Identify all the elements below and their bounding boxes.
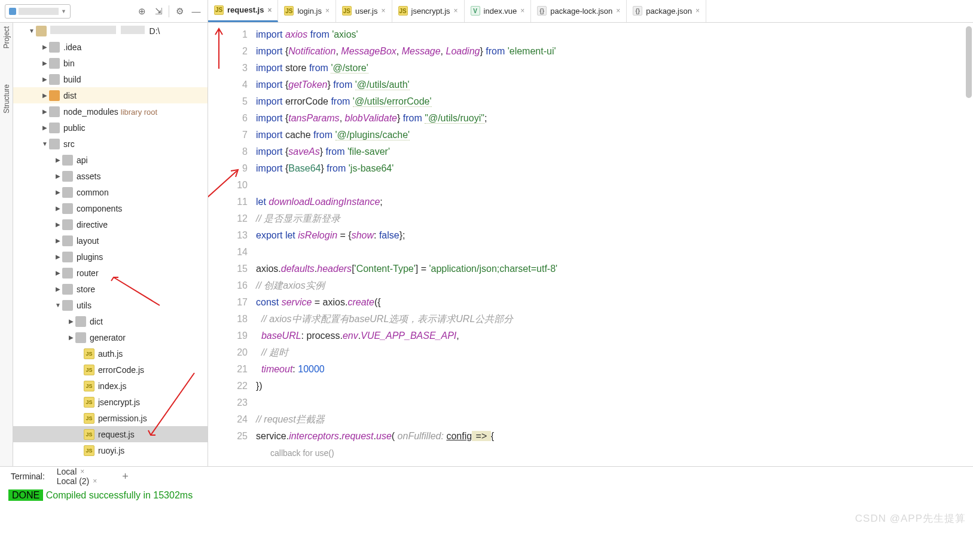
close-icon[interactable]: × (616, 7, 620, 15)
folder-dist[interactable]: dist (13, 87, 208, 103)
compile-message: Compiled successfully in 15302ms (43, 490, 193, 500)
close-icon[interactable]: × (696, 7, 700, 15)
terminal-tab[interactable]: Local (2) × (57, 476, 97, 486)
expand-arrow-icon[interactable] (28, 27, 36, 34)
target-icon[interactable]: ⊕ (135, 5, 148, 18)
editor-tabs: JSrequest.js×JSlogin.js×JSuser.js×JSjsen… (208, 0, 973, 22)
project-tool-tab[interactable]: Project (2, 26, 11, 48)
tree-label: store (77, 284, 95, 294)
folder-build[interactable]: build (13, 71, 208, 87)
file-request[interactable]: JSrequest.js (13, 426, 208, 442)
file-jsencrypt[interactable]: JSjsencrypt.js (13, 394, 208, 410)
js-file-icon: JS (284, 6, 294, 16)
tree-label: permission.js (98, 414, 147, 423)
tree-label: bin (63, 59, 75, 68)
file-auth[interactable]: JSauth.js (13, 345, 208, 362)
expand-arrow-icon[interactable] (41, 108, 49, 115)
close-icon[interactable]: × (520, 7, 524, 15)
gear-icon[interactable]: ⚙ (173, 5, 186, 18)
folder-common[interactable]: common (13, 184, 208, 200)
code-editor[interactable]: 1234567891011121314151617181920212223242… (208, 23, 973, 466)
expand-arrow-icon[interactable] (41, 124, 49, 131)
vertical-scrollbar[interactable] (966, 26, 972, 98)
folder-components[interactable]: components (13, 200, 208, 216)
editor-tab-user-js[interactable]: JSuser.js× (336, 0, 392, 22)
close-icon[interactable]: × (325, 7, 330, 15)
project-view-selector[interactable]: ▼ (5, 4, 71, 19)
folder-icon (75, 316, 86, 327)
code-area[interactable]: import axios from 'axios'import {Notific… (256, 23, 973, 466)
expand-arrow-icon[interactable] (54, 270, 62, 276)
tree-label: api (77, 155, 88, 165)
folder-layout[interactable]: layout (13, 232, 208, 249)
editor-tab-package-json[interactable]: {}package.json× (627, 0, 706, 22)
add-terminal-button[interactable]: + (122, 470, 129, 483)
expand-arrow-icon[interactable] (41, 76, 49, 82)
folder-public[interactable]: public (13, 120, 208, 136)
tab-label: user.js (355, 7, 378, 16)
project-tree[interactable]: D:\.ideabinbuilddistnode_modules library… (13, 23, 208, 466)
folder-dict[interactable]: dict (13, 313, 208, 329)
editor-tab-request-js[interactable]: JSrequest.js× (208, 0, 278, 22)
expand-arrow-icon[interactable] (54, 173, 62, 179)
close-icon[interactable]: × (80, 467, 84, 476)
file-permission[interactable]: JSpermission.js (13, 410, 208, 426)
folder-node-modules[interactable]: node_modules library root (13, 103, 208, 120)
folder-utils[interactable]: utils (13, 297, 208, 313)
folder-assets[interactable]: assets (13, 168, 208, 184)
folder-router[interactable]: router (13, 265, 208, 281)
editor-tab-index-vue[interactable]: Vindex.vue× (465, 0, 532, 22)
editor-tab-login-js[interactable]: JSlogin.js× (278, 0, 335, 22)
project-root[interactable]: D:\ (13, 23, 208, 39)
folder-plugins[interactable]: plugins (13, 249, 208, 265)
close-icon[interactable]: × (267, 6, 272, 14)
expand-arrow-icon[interactable] (67, 334, 75, 341)
tree-label: src (63, 139, 75, 149)
tab-label: login.js (297, 7, 321, 16)
tree-label: plugins (77, 252, 103, 262)
tree-label: jsencrypt.js (98, 397, 140, 407)
folder-src[interactable]: src (13, 136, 208, 152)
terminal-title: Terminal: (11, 472, 45, 481)
folder-icon (62, 300, 73, 311)
expand-arrow-icon[interactable] (54, 253, 62, 260)
terminal-tab[interactable]: Local × (57, 467, 97, 476)
folder-idea[interactable]: .idea (13, 39, 208, 55)
folder-icon (62, 235, 73, 246)
expand-arrow-icon[interactable] (54, 302, 62, 308)
close-icon[interactable]: × (93, 477, 97, 485)
expand-arrow-icon[interactable] (54, 221, 62, 228)
folder-generator[interactable]: generator (13, 329, 208, 345)
folder-icon (49, 106, 60, 117)
expand-arrow-icon[interactable] (54, 237, 62, 244)
expand-arrow-icon[interactable] (67, 318, 75, 325)
folder-bin[interactable]: bin (13, 55, 208, 71)
tab-label: jsencrypt.js (411, 7, 450, 16)
expand-arrow-icon[interactable] (54, 157, 62, 163)
folder-api[interactable]: api (13, 152, 208, 168)
editor-tab-package-lock-json[interactable]: {}package-lock.json× (531, 0, 627, 22)
folder-icon (62, 171, 73, 182)
collapse-icon[interactable]: — (190, 5, 203, 18)
folder-store[interactable]: store (13, 281, 208, 297)
file-index[interactable]: JSindex.js (13, 378, 208, 394)
expand-arrow-icon[interactable] (41, 44, 49, 50)
close-icon[interactable]: × (454, 7, 458, 15)
expand-arrow-icon[interactable] (41, 140, 49, 147)
js-file-icon: JS (342, 6, 352, 16)
terminal-output[interactable]: DONE Compiled successfully in 15302ms (0, 486, 973, 537)
folder-directive[interactable]: directive (13, 216, 208, 232)
folder-icon (49, 58, 60, 69)
editor-tab-jsencrypt-js[interactable]: JSjsencrypt.js× (392, 0, 465, 22)
expand-arrow-icon[interactable] (54, 189, 62, 195)
close-icon[interactable]: × (382, 7, 386, 15)
file-errorcode[interactable]: JSerrorCode.js (13, 362, 208, 378)
expand-arrow-icon[interactable] (41, 60, 49, 66)
expand-arrow-icon[interactable] (54, 286, 62, 292)
expand-arrow-icon[interactable] (54, 205, 62, 212)
file-ruoyi[interactable]: JSruoyi.js (13, 442, 208, 458)
structure-tool-tab[interactable]: Structure (2, 84, 11, 114)
expand-icon[interactable]: ⇲ (152, 5, 165, 18)
tab-label: index.vue (484, 7, 517, 16)
expand-arrow-icon[interactable] (41, 92, 49, 99)
